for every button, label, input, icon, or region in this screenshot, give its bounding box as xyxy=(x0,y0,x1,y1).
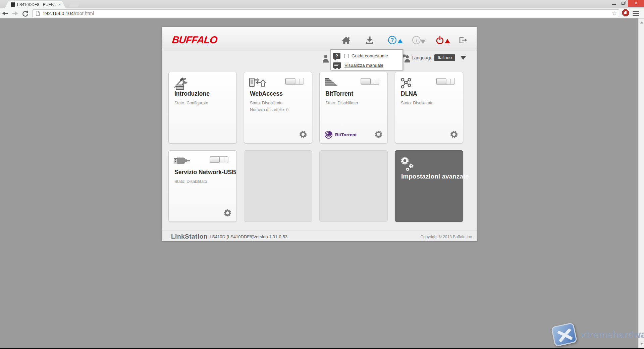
xtremehardware-badge-icon xyxy=(551,322,578,347)
language-dropdown-triangle[interactable] xyxy=(460,56,466,60)
card-title: Servizio Network-USB xyxy=(174,169,236,176)
language-selected-value[interactable]: Italiano xyxy=(434,54,455,61)
tab-title: LS410DDF8 - BUFFALO Lin xyxy=(17,2,57,7)
help-menu-open-triangle[interactable] xyxy=(397,39,403,43)
card-status: Stato: Disabilitato Numero di cartelle: … xyxy=(250,100,288,113)
logout-button[interactable] xyxy=(458,36,468,46)
user-icon xyxy=(321,54,330,63)
model-name: LS410D (LS410DDF8) xyxy=(210,234,254,239)
buffalo-admin-panel: BUFFALO ? xyxy=(162,27,477,241)
card-introduzione[interactable]: Introduzione Stato: Configurato xyxy=(168,72,237,143)
panel-header: BUFFALO ? xyxy=(162,27,477,51)
browser-menu-button[interactable] xyxy=(633,10,639,17)
reload-button[interactable] xyxy=(20,9,30,18)
buffalo-logo: BUFFALO xyxy=(171,34,218,46)
help-button[interactable]: ? xyxy=(388,36,398,46)
bittorrent-logo-text: BitTorrent xyxy=(335,132,357,137)
contextual-help-label: Guida contestuale xyxy=(352,53,388,58)
info-menu-triangle[interactable] xyxy=(420,40,426,44)
window-minimize-button[interactable] xyxy=(609,0,619,7)
toolbox-icon xyxy=(174,78,188,91)
browser-tab[interactable]: LS410DDF8 - BUFFALO Lin × xyxy=(5,1,66,8)
svg-text:i: i xyxy=(416,37,417,43)
card-dlna[interactable]: DLNA Stato: Disabilitato xyxy=(395,72,463,143)
view-manual-link[interactable]: Visualizza manuale xyxy=(344,63,383,68)
tab-close-icon[interactable]: × xyxy=(58,2,61,7)
language-icon xyxy=(402,54,411,63)
webaccess-icon xyxy=(249,78,266,89)
bookmark-star-icon[interactable]: ☆ xyxy=(612,10,617,16)
network-nodes-icon xyxy=(400,78,413,90)
scroll-up-arrow-icon[interactable] xyxy=(640,21,643,23)
card-title: Impostazioni avanzate xyxy=(401,173,469,180)
help-dropdown-menu: ? Guida contestuale Visualizza manuale xyxy=(330,49,403,70)
webaccess-toggle[interactable] xyxy=(285,78,304,85)
copyright-text: Copyright © 2013 Buffalo Inc. xyxy=(420,235,473,239)
card-status: Stato: Disabilitato xyxy=(174,178,207,185)
usb-plug-icon xyxy=(174,156,191,165)
settings-gear-icon[interactable] xyxy=(374,130,383,139)
window-restore-button[interactable] xyxy=(619,0,628,7)
window-close-button[interactable]: × xyxy=(628,0,644,7)
network-usb-toggle[interactable] xyxy=(210,156,228,163)
linkstation-logo: LinkStation xyxy=(171,233,208,240)
new-tab-button[interactable] xyxy=(69,2,80,7)
url-host: 192.168.0.104 xyxy=(43,11,74,16)
reload-icon xyxy=(21,10,29,17)
language-label: Language xyxy=(412,55,432,60)
help-icon: ? xyxy=(388,36,397,45)
window-controls: × xyxy=(609,0,644,7)
card-title: Introduzione xyxy=(174,90,210,97)
card-status: Stato: Configurato xyxy=(174,100,208,106)
watermark: xtremehardware.com xyxy=(553,325,644,345)
back-button[interactable] xyxy=(0,9,10,18)
settings-gear-icon[interactable] xyxy=(450,130,458,139)
firmware-version: Version 1.01-0.53 xyxy=(253,234,287,239)
back-icon xyxy=(1,9,9,17)
settings-gear-icon[interactable] xyxy=(223,209,232,217)
power-menu-triangle[interactable] xyxy=(445,39,450,43)
menu-item-contextual-help[interactable]: ? Guida contestuale xyxy=(333,51,388,60)
bittorrent-swirl-icon xyxy=(324,131,333,139)
question-bubble-icon: ? xyxy=(333,53,340,59)
contextual-help-checkbox[interactable] xyxy=(344,54,349,58)
home-icon xyxy=(341,36,351,45)
bittorrent-toggle[interactable] xyxy=(361,78,379,85)
logout-icon xyxy=(458,36,467,45)
bittorrent-logo: BitTorrent xyxy=(324,131,357,139)
address-bar[interactable]: 192.168.0.104/root.html ☆ xyxy=(32,9,619,17)
card-webaccess[interactable]: WebAccess Stato: Disabilitato Numero di … xyxy=(244,72,312,143)
card-title: BitTorrent xyxy=(325,90,353,97)
forward-button[interactable] xyxy=(10,9,20,18)
bottom-edge xyxy=(0,348,644,349)
dlna-toggle[interactable] xyxy=(436,78,455,85)
card-empty-slot xyxy=(319,150,388,222)
info-icon: i xyxy=(412,36,421,45)
menu-item-view-manual[interactable]: Visualizza manuale xyxy=(333,61,383,69)
download-icon xyxy=(365,36,374,45)
extension-button[interactable] xyxy=(622,9,629,18)
card-advanced-settings[interactable]: Impostazioni avanzate xyxy=(395,150,463,222)
screen: LS410DDF8 - BUFFALO Lin × × xyxy=(0,0,644,349)
card-network-usb[interactable]: Servizio Network-USB Stato: Disabilitato xyxy=(168,150,237,222)
language-row: Language Italiano xyxy=(162,51,477,66)
svg-text:?: ? xyxy=(391,37,394,43)
browser-toolbar: 192.168.0.104/root.html ☆ xyxy=(0,8,644,18)
card-status: Stato: Disabilitato xyxy=(325,100,358,106)
home-button[interactable] xyxy=(341,36,352,46)
power-button[interactable] xyxy=(435,36,445,46)
settings-gear-icon[interactable] xyxy=(299,130,307,139)
power-icon xyxy=(435,36,444,45)
torrent-lines-icon xyxy=(325,78,339,88)
forward-icon xyxy=(11,9,19,17)
url-path: /root.html xyxy=(74,11,94,16)
card-bittorrent[interactable]: BitTorrent Stato: Disabilitato BitTorren… xyxy=(319,72,388,143)
save-button[interactable] xyxy=(365,36,375,46)
page-scrollbar[interactable] xyxy=(638,18,644,348)
page-icon xyxy=(35,11,40,16)
browser-tab-bar: LS410DDF8 - BUFFALO Lin × × xyxy=(0,0,644,8)
watermark-text: xtremehardware.com xyxy=(580,329,644,340)
panel-footer: LinkStation LS410D (LS410DDF8) Version 1… xyxy=(162,231,477,241)
manual-icon xyxy=(333,62,341,68)
card-title: WebAccess xyxy=(250,90,283,97)
